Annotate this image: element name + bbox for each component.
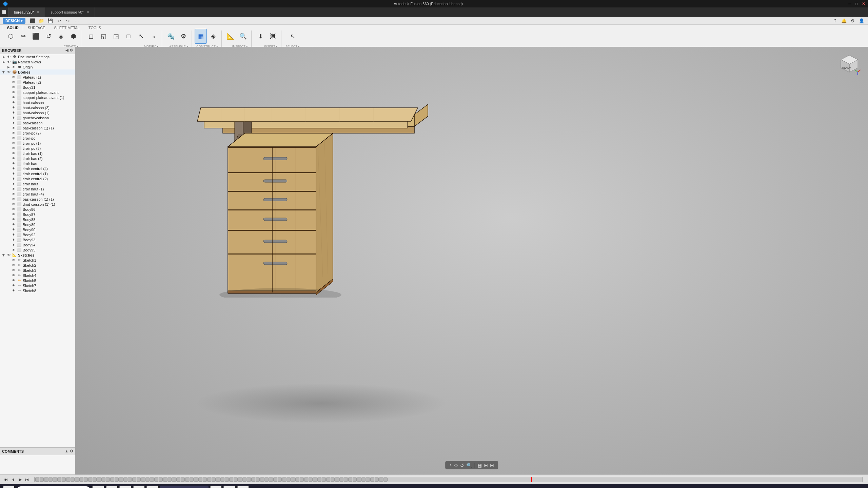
fillet-btn[interactable]: ◱ [97,29,110,44]
loft-btn[interactable]: ⬢ [67,29,80,44]
plane-angle-btn[interactable]: ◈ [207,29,219,44]
timeline-step[interactable] [238,477,242,482]
body-eye[interactable]: 👁 [11,90,16,94]
body-eye[interactable]: 👁 [11,212,16,216]
timeline-step[interactable] [163,477,167,482]
timeline-step[interactable] [79,477,83,482]
tree-sketch-item[interactable]: 👁 ✏ Sketch3 [0,268,75,273]
tree-eye-views[interactable]: 👁 [6,60,12,64]
tree-body-item[interactable]: 👁 ⬜ tiroir central (4) [0,166,75,171]
body-eye[interactable]: 👁 [11,192,16,196]
tree-arrow-origin[interactable]: ▶ [6,65,11,69]
toolbar-save-btn[interactable]: 💾 [46,17,54,24]
timeline-step[interactable] [375,477,379,482]
tree-body-item[interactable]: 👁 ⬜ tiroir bas (2) [0,156,75,161]
sketch-eye[interactable]: 👁 [11,284,16,287]
timeline-step[interactable] [379,477,383,482]
sketch-eye[interactable]: 👁 [11,258,16,262]
tree-named-views[interactable]: ▶ 👁 📷 Named Views [0,59,75,64]
timeline-step[interactable] [242,477,246,482]
tree-body-item[interactable]: 👁 ⬜ tiroir central (1) [0,171,75,176]
timeline-step[interactable] [132,477,136,482]
timeline-step[interactable] [331,477,335,482]
sketch-eye[interactable]: 👁 [11,273,16,277]
timeline-step[interactable] [322,477,326,482]
taskbar-ai-btn[interactable]: 🤖 [119,486,132,488]
create-sketch-btn[interactable]: ✏ [17,29,29,44]
body-eye[interactable]: 👁 [11,218,16,221]
timeline-step[interactable] [159,477,163,482]
timeline-step[interactable] [176,477,180,482]
timeline-step[interactable] [313,477,317,482]
shell-btn[interactable]: □ [122,29,135,44]
toolbar-open-btn[interactable]: 📁 [38,17,45,24]
tree-body-item[interactable]: 👁 ⬜ Plateau (2) [0,80,75,85]
taskbar-files-btn[interactable]: 📁 [92,486,104,488]
sketch-eye[interactable]: 👁 [11,263,16,267]
tree-body-item[interactable]: 👁 ⬜ bas-caisson (1) (1) [0,197,75,202]
tree-origin[interactable]: ▶ 👁 ⊕ Origin [0,64,75,69]
timeline-step[interactable] [57,477,61,482]
tree-body-item[interactable]: 👁 ⬜ haut-caisson (1) [0,110,75,115]
tree-body-item[interactable]: 👁 ⬜ tiroir bas (1) [0,151,75,156]
timeline-step[interactable] [167,477,172,482]
body-eye[interactable]: 👁 [11,243,16,247]
timeline-step[interactable] [203,477,207,482]
tree-body-item[interactable]: 👁 ⬜ tiroir haut (1) [0,186,75,191]
body-eye[interactable]: 👁 [11,228,16,231]
timeline-step[interactable] [216,477,220,482]
timeline-step[interactable] [309,477,313,482]
timeline-step[interactable] [256,477,260,482]
offset-plane-btn[interactable]: ▦ [195,29,207,44]
new-component-btn[interactable]: 🔩 [165,29,177,44]
measure-btn[interactable]: 📐 [224,29,237,44]
timeline-step[interactable] [269,477,273,482]
timeline-step[interactable] [66,477,70,482]
body-eye[interactable]: 👁 [11,80,16,84]
tree-sketches[interactable]: ▶ 👁 📐 Sketches [0,252,75,258]
timeline-step[interactable] [225,477,229,482]
timeline-step[interactable] [234,477,238,482]
timeline-step[interactable] [141,477,145,482]
timeline-play-btn[interactable]: ▶ [18,477,23,482]
tree-arrow-doc[interactable]: ▶ [1,55,6,59]
timeline-step[interactable] [75,477,79,482]
tree-body-item[interactable]: 👁 ⬜ Body92 [0,232,75,237]
toolbar-settings-btn[interactable]: ⚙ [849,17,856,24]
timeline-step[interactable] [185,477,189,482]
timeline-step[interactable] [339,477,343,482]
timeline-step[interactable] [212,477,216,482]
tab-bureau[interactable]: bureau v28* ✕ [8,7,45,17]
insert-derive-btn[interactable]: ⬇ [254,29,267,44]
timeline-step[interactable] [71,477,75,482]
timeline-step[interactable] [251,477,255,482]
tree-body-item[interactable]: 👁 ⬜ gauche-caisson [0,115,75,120]
timeline-step[interactable] [366,477,370,482]
taskbar-term-btn[interactable]: ⬛ [146,486,159,488]
vc-zoom-btn[interactable]: 🔍 [466,463,472,468]
tree-body-item[interactable]: 👁 ⬜ bas-caisson [0,120,75,125]
maximize-button[interactable]: □ [855,1,858,6]
timeline-step[interactable] [370,477,374,482]
tree-eye-origin[interactable]: 👁 [11,65,16,69]
browser-collapse-btn[interactable]: ◀ [65,48,68,53]
tree-doc-settings[interactable]: ▶ 👁 ⚙ Document Settings [0,54,75,59]
timeline-step[interactable] [361,477,366,482]
taskbar-search[interactable]: 🔍 Tapez ici pour rechercher [16,486,91,488]
browser-settings-btn[interactable]: ⚙ [70,48,73,53]
timeline-step[interactable] [260,477,264,482]
timeline-step[interactable] [317,477,321,482]
body-eye[interactable]: 👁 [11,182,16,186]
tree-arrow-bodies[interactable]: ▶ [2,70,5,75]
taskbar-app2-btn[interactable]: 📊 [210,486,222,488]
timeline-step[interactable] [278,477,282,482]
viewcube[interactable]: FRONT [837,54,861,77]
tab-support[interactable]: support usinage v0* ✕ [45,7,95,17]
body-eye[interactable]: 👁 [11,116,16,120]
body-eye[interactable]: 👁 [11,202,16,206]
desk-model-svg[interactable] [170,74,441,298]
tree-sketch-item[interactable]: 👁 ✏ Sketch1 [0,258,75,263]
tree-eye-doc[interactable]: 👁 [6,55,12,59]
close-button[interactable]: ✕ [862,1,865,6]
timeline-scrubber[interactable]: // Generate timeline markers for(let i=0… [34,477,863,482]
